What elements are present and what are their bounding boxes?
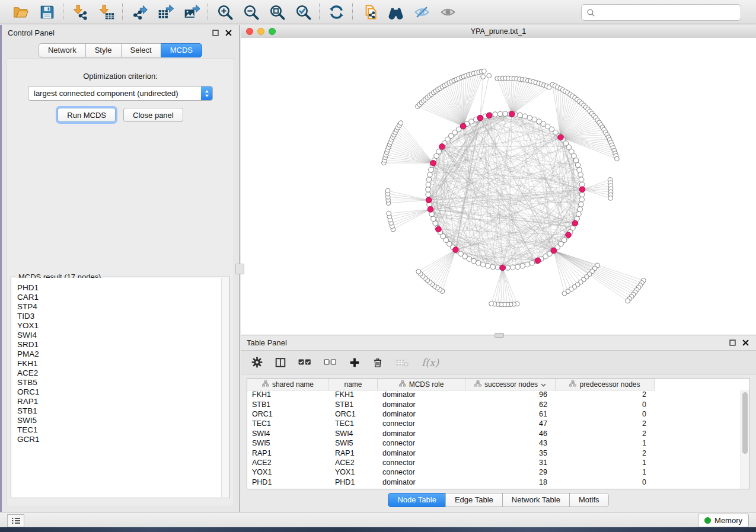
tab-select[interactable]: Select xyxy=(121,43,161,57)
hide-selected-icon[interactable] xyxy=(413,3,430,21)
tab-edge-table[interactable]: Edge Table xyxy=(445,493,503,507)
mcds-result-item[interactable]: FKH1 xyxy=(17,359,222,368)
mcds-result-item[interactable]: STP4 xyxy=(17,302,222,312)
column-header-successor-nodes[interactable]: successor nodes xyxy=(465,379,556,390)
mcds-result-item[interactable]: SWI4 xyxy=(17,331,222,340)
mcds-result-item[interactable]: PHD1 xyxy=(17,283,222,293)
column-header-shared-name[interactable]: shared name xyxy=(247,379,329,390)
column-header-MCDS-role[interactable]: MCDS role xyxy=(378,379,465,390)
zoom-fit-icon[interactable] xyxy=(268,3,286,21)
close-table-panel-icon[interactable] xyxy=(741,338,750,348)
mcds-result-item[interactable]: YOX1 xyxy=(17,321,222,331)
mcds-result-item[interactable]: PMA2 xyxy=(17,350,222,359)
table-row[interactable]: ACE2ACE2connector311 xyxy=(247,458,741,467)
open-file-icon[interactable] xyxy=(12,3,30,21)
float-panel-icon[interactable] xyxy=(210,28,220,37)
close-panel-button[interactable]: Close panel xyxy=(123,108,183,122)
table-scrollbar[interactable] xyxy=(741,390,749,489)
float-table-panel-icon[interactable] xyxy=(728,338,737,348)
mcds-node[interactable] xyxy=(486,113,492,118)
import-network-icon[interactable] xyxy=(71,3,89,21)
mcds-result-item[interactable]: ORC1 xyxy=(17,387,222,397)
zoom-out-icon[interactable] xyxy=(242,3,260,21)
table-scrollbar-thumb[interactable] xyxy=(742,392,748,454)
mcds-node[interactable] xyxy=(566,232,572,238)
column-header-name[interactable]: name xyxy=(329,379,378,390)
mcds-result-item[interactable]: SWI5 xyxy=(17,416,222,425)
mcds-result-item[interactable]: SRD1 xyxy=(17,340,222,350)
mcds-node[interactable] xyxy=(500,265,506,271)
mcds-node[interactable] xyxy=(509,111,515,117)
mcds-result-item[interactable]: TEC1 xyxy=(17,425,222,435)
cell-successors: 46 xyxy=(465,430,556,438)
table-row[interactable]: STB1STB1dominator620 xyxy=(247,399,741,409)
mcds-result-item[interactable]: ACE2 xyxy=(17,368,222,378)
panel-splitter-handle[interactable] xyxy=(235,264,244,274)
task-history-button[interactable] xyxy=(7,514,24,527)
table-row[interactable]: SWI4SWI4dominator462 xyxy=(247,429,741,438)
search-box[interactable] xyxy=(581,4,741,21)
mcds-result-item[interactable]: CAR1 xyxy=(17,293,222,302)
mcds-node[interactable] xyxy=(558,134,564,140)
add-row-icon[interactable] xyxy=(349,357,360,368)
save-session-icon[interactable] xyxy=(38,3,56,21)
sort-chevron-icon[interactable] xyxy=(541,380,546,389)
delete-row-icon[interactable] xyxy=(372,357,383,368)
select-all-checkboxes-icon[interactable] xyxy=(298,358,311,367)
settings-gear-icon[interactable] xyxy=(251,357,263,368)
export-image-icon[interactable] xyxy=(183,3,200,21)
duplicate-network-icon[interactable] xyxy=(361,3,378,21)
tab-network[interactable]: Network xyxy=(39,43,86,57)
column-layout-icon[interactable] xyxy=(275,357,286,368)
memory-button[interactable]: Memory xyxy=(698,514,749,527)
mcds-node[interactable] xyxy=(436,226,442,232)
deselect-all-checkboxes-icon[interactable] xyxy=(324,358,337,367)
tab-node-table[interactable]: Node Table xyxy=(388,493,446,507)
cell-name: FKH1 xyxy=(329,390,378,399)
run-mcds-button[interactable]: Run MCDS xyxy=(58,108,116,122)
table-row[interactable]: ORC1ORC1dominator610 xyxy=(247,409,741,419)
mcds-list-scrollbar[interactable] xyxy=(221,278,229,497)
tab-network-table[interactable]: Network Table xyxy=(502,493,570,507)
mcds-result-item[interactable]: TID3 xyxy=(17,312,222,321)
zoom-in-icon[interactable] xyxy=(216,3,234,21)
close-panel-icon[interactable] xyxy=(224,28,233,37)
mcds-node[interactable] xyxy=(428,207,433,213)
tab-style[interactable]: Style xyxy=(85,43,122,57)
cell-name: STB1 xyxy=(329,400,378,409)
mcds-node[interactable] xyxy=(439,144,445,150)
import-table-icon[interactable] xyxy=(97,3,115,21)
export-network-icon[interactable] xyxy=(130,3,148,21)
mcds-node[interactable] xyxy=(477,115,483,121)
network-canvas[interactable] xyxy=(241,38,756,335)
show-all-icon[interactable] xyxy=(439,3,457,21)
tab-mcds[interactable]: MCDS xyxy=(161,43,202,57)
refresh-view-icon[interactable] xyxy=(327,3,345,21)
mcds-result-item[interactable]: STB1 xyxy=(17,406,222,416)
mcds-node[interactable] xyxy=(460,123,466,129)
mcds-result-item[interactable]: STB5 xyxy=(17,378,222,387)
export-table-icon[interactable] xyxy=(157,3,174,21)
table-row[interactable]: PHD1PHD1dominator180 xyxy=(247,477,741,487)
mcds-node[interactable] xyxy=(426,197,432,203)
mcds-node[interactable] xyxy=(551,248,557,254)
search-input[interactable] xyxy=(599,6,741,19)
table-row[interactable]: RAP1RAP1dominator352 xyxy=(247,448,741,457)
mcds-result-item[interactable]: RAP1 xyxy=(17,397,222,406)
table-row[interactable]: YOX1YOX1connector291 xyxy=(247,467,741,477)
mcds-node[interactable] xyxy=(535,258,541,264)
table-row[interactable]: TEC1TEC1connector472 xyxy=(247,419,741,428)
table-row[interactable]: FKH1FKH1dominator962 xyxy=(247,390,741,399)
table-row[interactable]: SWI5SWI5connector431 xyxy=(247,438,741,448)
column-header-predecessor-nodes[interactable]: predecessor nodes xyxy=(556,379,655,390)
optimization-select[interactable]: largest connected component (undirected) xyxy=(28,86,213,101)
mcds-result-item[interactable]: GCR1 xyxy=(17,435,222,444)
mcds-node[interactable] xyxy=(430,161,436,166)
zoom-selected-icon[interactable] xyxy=(294,3,312,21)
table-splitter-handle[interactable] xyxy=(495,333,504,338)
mcds-node[interactable] xyxy=(579,187,585,193)
mcds-node[interactable] xyxy=(572,220,578,226)
binoculars-icon[interactable] xyxy=(387,3,404,21)
tab-motifs[interactable]: Motifs xyxy=(569,493,609,507)
mcds-node[interactable] xyxy=(453,247,459,253)
